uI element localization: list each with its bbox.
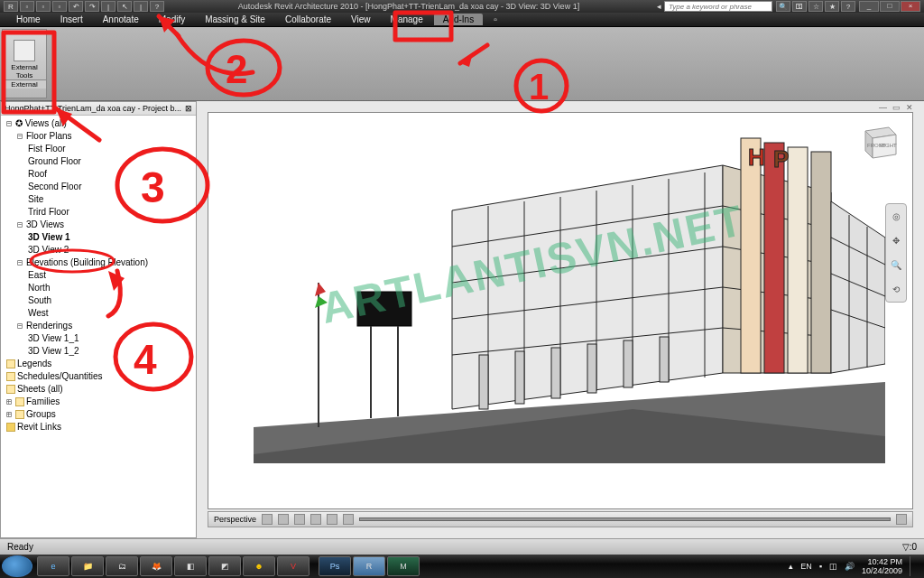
vc-model-graphics-icon[interactable] <box>262 514 273 525</box>
external-tools-panel[interactable]: External Tools External <box>2 29 47 98</box>
svg-rect-33 <box>551 348 560 398</box>
tab-view[interactable]: View <box>342 14 380 25</box>
drawing-max-icon[interactable]: ▭ <box>892 103 901 112</box>
qat-redo[interactable]: ↷ <box>85 1 99 12</box>
task-3dsmax[interactable]: M <box>387 556 420 576</box>
tree-schedules[interactable]: Schedules/Quantities <box>17 371 103 381</box>
tree-floor-5[interactable]: Trird Floor <box>6 206 190 219</box>
app-menu-button[interactable]: R <box>4 1 18 12</box>
qat-help[interactable]: ? <box>150 1 164 12</box>
tray-time[interactable]: 10:42 PM <box>862 557 902 566</box>
tab-annotate[interactable]: Annotate <box>94 14 148 25</box>
task-ie[interactable]: e <box>37 556 69 576</box>
tree-renderings[interactable]: Renderings <box>26 321 72 331</box>
search-input[interactable] <box>664 1 772 12</box>
doc-nav-prev[interactable]: ◂ <box>653 2 664 11</box>
tree-elev-2[interactable]: South <box>6 294 190 307</box>
tree-sheets[interactable]: Sheets (all) <box>17 384 63 394</box>
tab-expand-icon[interactable]: ▫ <box>485 14 506 25</box>
tray-date[interactable]: 10/24/2009 <box>862 566 902 575</box>
nav-pan-icon[interactable]: ✥ <box>892 236 900 246</box>
qat-new[interactable]: ▫ <box>20 1 34 12</box>
vc-crop-icon[interactable] <box>310 514 321 525</box>
tab-massing[interactable]: Massing & Site <box>196 14 274 25</box>
tree-elev-0[interactable]: East <box>6 269 190 282</box>
maximize-button[interactable]: □ <box>880 1 900 12</box>
tree-floor-2[interactable]: Roof <box>6 168 190 181</box>
tree-legends[interactable]: Legends <box>17 359 51 368</box>
viewcube[interactable]: FRONT RIGHT <box>855 118 903 167</box>
show-desktop-button[interactable] <box>910 556 917 576</box>
tree-elev-3[interactable]: West <box>6 307 190 320</box>
tray-volume-icon[interactable]: 🔊 <box>845 562 855 571</box>
tab-insert[interactable]: Insert <box>51 14 92 25</box>
tray-expand-icon[interactable]: ▴ <box>789 562 793 571</box>
vc-extra-icon[interactable] <box>896 514 907 525</box>
svg-rect-34 <box>587 344 596 393</box>
start-button[interactable] <box>2 555 32 577</box>
minimize-button[interactable]: _ <box>859 1 879 12</box>
tree-views-all[interactable]: Views (all) <box>25 118 67 128</box>
tab-modify[interactable]: Modify <box>150 14 194 25</box>
tree-families[interactable]: Families <box>26 396 60 406</box>
svg-rect-40 <box>357 292 411 326</box>
tree-3dview-1[interactable]: 3D View 1 <box>6 231 190 244</box>
project-tree: ⊟✪ Views (all) ⊟Floor Plans Fist Floor G… <box>1 116 196 435</box>
qat-open[interactable]: ▫ <box>36 1 51 12</box>
task-explorer[interactable]: 📁 <box>71 556 104 576</box>
tree-3dview-2[interactable]: 3D View 2 <box>6 244 190 256</box>
tree-render-0[interactable]: 3D View 1_1 <box>6 332 190 345</box>
qat-pointer[interactable]: ↖ <box>117 1 132 12</box>
tab-addins[interactable]: Add-Ins <box>434 14 483 25</box>
tree-elevations[interactable]: Elevations (Building Elevation) <box>26 257 148 267</box>
tab-collaborate[interactable]: Collaborate <box>276 14 340 25</box>
task-app2[interactable]: ◩ <box>208 556 241 576</box>
tab-home[interactable]: Home <box>7 14 50 25</box>
vc-hide-icon[interactable] <box>343 514 354 525</box>
tree-floor-1[interactable]: Ground Floor <box>6 155 190 168</box>
infocenter-comm-icon[interactable]: ☆ <box>808 1 823 12</box>
status-filter[interactable]: ▽:0 <box>902 542 917 552</box>
tree-floor-3[interactable]: Second Floor <box>6 181 190 193</box>
task-photoshop[interactable]: Ps <box>319 556 351 576</box>
vc-render-icon[interactable] <box>294 514 305 525</box>
tray-network-icon[interactable]: ◫ <box>829 562 837 571</box>
ribbon: External Tools External <box>0 27 924 101</box>
tray-lang[interactable]: EN <box>800 562 812 571</box>
task-yahoo[interactable]: ☻ <box>243 556 275 576</box>
qat-undo[interactable]: ↶ <box>69 1 83 12</box>
tree-groups[interactable]: Groups <box>26 409 56 419</box>
nav-wheel-icon[interactable]: ◎ <box>892 211 901 221</box>
project-browser-close-icon[interactable]: ⊠ <box>185 104 192 113</box>
tree-floor-4[interactable]: Site <box>6 193 190 206</box>
task-revit[interactable]: R <box>353 556 385 576</box>
viewport[interactable]: H P <box>208 112 913 509</box>
vc-slider[interactable] <box>359 517 891 521</box>
task-app1[interactable]: ◧ <box>174 556 207 576</box>
drawing-close-icon[interactable]: ✕ <box>906 103 913 112</box>
qat-save[interactable]: ▫ <box>52 1 67 12</box>
tree-links[interactable]: Revit Links <box>17 422 61 432</box>
nav-orbit-icon[interactable]: ⟲ <box>892 284 900 294</box>
drawing-min-icon[interactable]: — <box>879 103 887 112</box>
close-button[interactable]: × <box>901 1 920 12</box>
task-unikey[interactable]: V <box>277 556 310 576</box>
tab-manage[interactable]: Manage <box>382 14 432 25</box>
tree-render-1[interactable]: 3D View 1_2 <box>6 345 190 358</box>
vc-crop-show-icon[interactable] <box>327 514 337 525</box>
nav-zoom-icon[interactable]: 🔍 <box>891 260 901 270</box>
infocenter-search-icon[interactable]: 🔍 <box>776 1 790 12</box>
task-folder[interactable]: 🗂 <box>106 556 138 576</box>
tree-floor-0[interactable]: Fist Floor <box>6 143 190 155</box>
tray-flag-icon[interactable]: ▪ <box>819 562 822 571</box>
svg-rect-21 <box>788 147 808 373</box>
tree-floor-plans[interactable]: Floor Plans <box>26 131 72 141</box>
tree-3dviews[interactable]: 3D Views <box>26 219 64 229</box>
task-firefox[interactable]: 🦊 <box>140 556 172 576</box>
infocenter-help-icon[interactable]: ? <box>841 1 855 12</box>
infocenter-fav-icon[interactable]: ★ <box>825 1 839 12</box>
tree-elev-1[interactable]: North <box>6 282 190 294</box>
infocenter-key-icon[interactable]: ⚿ <box>792 1 807 12</box>
vc-shadows-icon[interactable] <box>278 514 289 525</box>
navigation-bar[interactable]: ◎ ✥ 🔍 ⟲ <box>885 203 907 303</box>
